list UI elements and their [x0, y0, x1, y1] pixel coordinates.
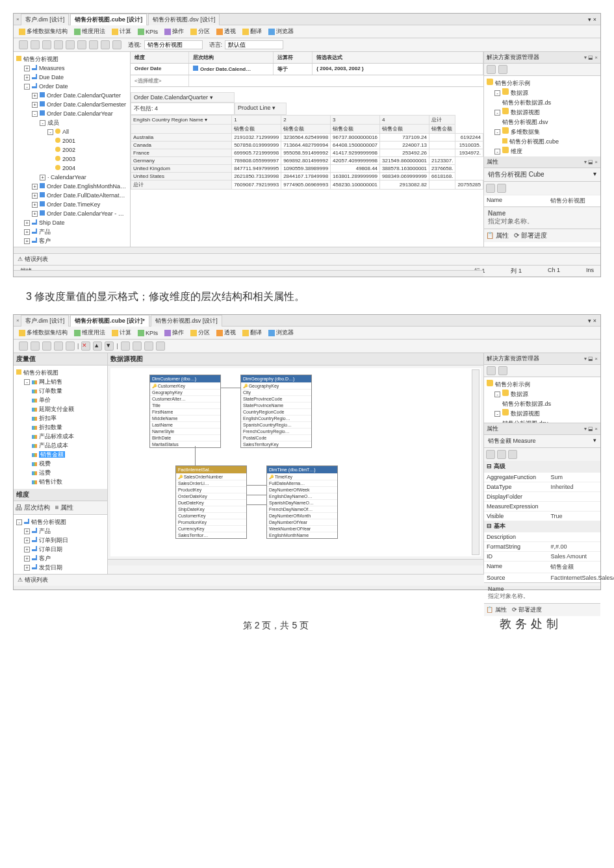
dsv-diagram[interactable]: 数据源视图 DimCustomer (dbo…) CustomerKeyGeog… [108, 353, 483, 574]
tb-kpi[interactable]: KPIs [138, 29, 158, 35]
tab-cube[interactable]: 销售分析视图.cube [设计] [70, 14, 147, 25]
table-column[interactable]: NameStyle [150, 428, 220, 434]
prop-row[interactable]: Description [484, 532, 600, 541]
error-list-tab[interactable]: ⚠ 错误列表 [14, 253, 600, 265]
tab-close-left[interactable]: × [16, 317, 19, 323]
tb-actions[interactable]: 操作 [164, 329, 184, 337]
table-column[interactable]: DueDateKey [176, 499, 246, 506]
table-column[interactable]: FullDateAlterna… [267, 480, 337, 486]
tb-perspectives[interactable]: 透视 [216, 329, 236, 337]
tree-node[interactable]: +产品 [16, 527, 105, 536]
prop-category[interactable]: ⊟ 基本 [484, 521, 600, 532]
measures-tree[interactable]: 销售分析视图 -网上销售订单数量单价延期支付金额折扣率折扣数量产品标准成本产品总… [14, 366, 107, 489]
col-field-dropper[interactable]: Product Line ▾ [235, 103, 287, 115]
table-column[interactable]: FrenchDayNameOf… [267, 506, 337, 512]
tb-sort-icon[interactable] [54, 40, 63, 49]
table-column[interactable]: PromotionKey [176, 519, 246, 525]
prop-row-name[interactable]: Name 销售分析视图 [484, 195, 600, 206]
tree-node[interactable]: -网上销售 [16, 377, 105, 386]
tree-node[interactable]: 折扣率 [16, 414, 105, 423]
table-column[interactable]: DayNumberOfWeek [267, 486, 337, 493]
tree-node[interactable]: +客户 [16, 236, 127, 245]
tb-tree-icon[interactable] [54, 341, 63, 351]
tree-node[interactable]: -All [16, 127, 127, 136]
tree-node[interactable]: 销售计数 [16, 477, 105, 486]
table-column[interactable]: SalesOrderLi… [176, 480, 246, 486]
table-column[interactable]: SalesOrderNumber [176, 473, 246, 480]
tb-translations[interactable]: 翻译 [242, 27, 262, 36]
prop-row[interactable]: DisplayFolder [484, 491, 600, 501]
tb-refresh-icon[interactable] [19, 40, 28, 49]
tree-node[interactable]: 订单数量 [16, 386, 105, 395]
tb-down-icon[interactable]: ▼ [105, 341, 114, 351]
tree-node[interactable]: +Order Date.FullDateAlternateKey [16, 191, 127, 200]
table-column[interactable]: OrderDateKey [176, 493, 246, 499]
table-dimcustomer[interactable]: DimCustomer (dbo…) CustomerKeyGeographyK… [149, 375, 221, 448]
tb-delete-icon[interactable]: ✕ [81, 341, 90, 351]
tree-node[interactable]: 2004 [16, 164, 127, 173]
tree-node[interactable]: +Order Date.CalendarYear - CalendarSemes [16, 209, 127, 218]
panel-controls-icon[interactable]: ▾ ⬓ × [584, 159, 598, 165]
pivot-row[interactable]: United States2621850.731399982844167.178… [131, 173, 483, 180]
prop-row[interactable]: DataTypeInherited [484, 482, 600, 491]
tb-kpi[interactable]: KPIs [138, 330, 158, 336]
prop-row[interactable]: FormatString#,#.00 [484, 541, 600, 551]
property-grid[interactable]: ⊟ 高级AggregateFunctionSumDataTypeInherite… [484, 461, 600, 582]
bottom-tab-deploy[interactable]: ⟳ 部署进度 [514, 231, 547, 240]
dimensions-tree[interactable]: -销售分析视图+产品+订单到期日+订单日期+客户+发货日期 [14, 515, 107, 575]
panel-controls-icon[interactable]: ▾ ⬓ × [584, 426, 598, 432]
pivot-row[interactable]: United Kingdom847711.9497999951090559.38… [131, 165, 483, 173]
tab-dsv[interactable]: 销售分析视图.dsv [设计] [151, 315, 222, 327]
table-column[interactable]: StateProvinceName [241, 402, 311, 408]
pivot-row[interactable]: Germany789808.055999997969892.8014999924… [131, 157, 483, 165]
tb-partitions[interactable]: 分区 [190, 27, 210, 36]
table-column[interactable]: CustomerAlter… [150, 395, 220, 402]
bottom-tab-properties[interactable]: 📋 属性 [486, 231, 509, 240]
panel-controls-icon[interactable]: ▾ ⬓ × [584, 55, 598, 60]
tree-node[interactable]: 销售分析视图.dsv [487, 118, 598, 127]
table-column[interactable]: GeographyKey [241, 382, 311, 389]
table-column[interactable]: DayNumberOfMonth [267, 512, 337, 519]
tb-structure[interactable]: 多维数据集结构 [19, 329, 68, 337]
tree-node[interactable]: +Measures [16, 64, 127, 73]
tab-customer-dim[interactable]: 客户.dim [设计] [21, 14, 70, 25]
tree-node[interactable]: 2002 [16, 145, 127, 155]
prop-az-icon[interactable] [497, 184, 506, 193]
row-field-dropper[interactable]: Order Date.CalendarQuarter ▾ [131, 92, 235, 103]
tree-node[interactable]: -Order Date [16, 82, 127, 91]
show-all-icon[interactable] [498, 65, 507, 74]
tb-excel-icon[interactable] [42, 40, 51, 49]
prop-object-2[interactable]: 销售金额 Measure▾ [484, 435, 600, 448]
perspective-select[interactable] [144, 40, 203, 49]
tb-browser[interactable]: 浏览器 [268, 329, 294, 337]
tree-node[interactable]: 产品总成本 [16, 441, 105, 450]
tb-process-icon[interactable] [19, 341, 28, 351]
prop-row[interactable]: IDSales Amount [484, 551, 600, 561]
show-all-icon[interactable] [498, 366, 507, 375]
tree-node[interactable]: - 数据源视图 [487, 108, 598, 118]
tab-close-controls[interactable]: ▾ × [588, 317, 596, 324]
tb-show-table-icon[interactable] [121, 341, 130, 351]
tree-node[interactable]: - 数据源 [487, 88, 598, 98]
table-dimgeography[interactable]: DimGeography (dbo.D…) GeographyKeyCitySt… [240, 375, 312, 448]
table-column[interactable]: WeekNumberOfYear [267, 525, 337, 532]
tb-perspectives[interactable]: 透视 [216, 27, 236, 36]
tb-actions[interactable]: 操作 [164, 27, 184, 36]
table-column[interactable]: CountryRegionCode [241, 408, 311, 415]
diagram-h-scrollbar[interactable] [108, 559, 483, 565]
tree-node[interactable]: +Due Date [16, 73, 127, 82]
tree-node[interactable]: +客户 [16, 554, 105, 563]
tree-node[interactable]: 2001 [16, 136, 127, 145]
tb-grid-icon[interactable] [66, 341, 75, 351]
tb-help-icon[interactable] [112, 40, 122, 49]
bottom-tab-properties[interactable]: 📋 属性 [486, 606, 507, 614]
tb-calc[interactable]: 计算 [112, 27, 131, 36]
tab-customer-dim[interactable]: 客户.dim [设计] [21, 315, 70, 327]
tb-hide-table-icon[interactable] [133, 341, 142, 351]
table-column[interactable]: FirstName [150, 408, 220, 415]
tree-node[interactable]: 2003 [16, 155, 127, 164]
tree-node[interactable]: 产品标准成本 [16, 432, 105, 441]
tb-new-dim-icon[interactable] [42, 341, 51, 351]
tree-node[interactable]: - 数据源 [487, 390, 598, 399]
tab-dsv[interactable]: 销售分析视图.dsv [设计] [148, 14, 220, 25]
